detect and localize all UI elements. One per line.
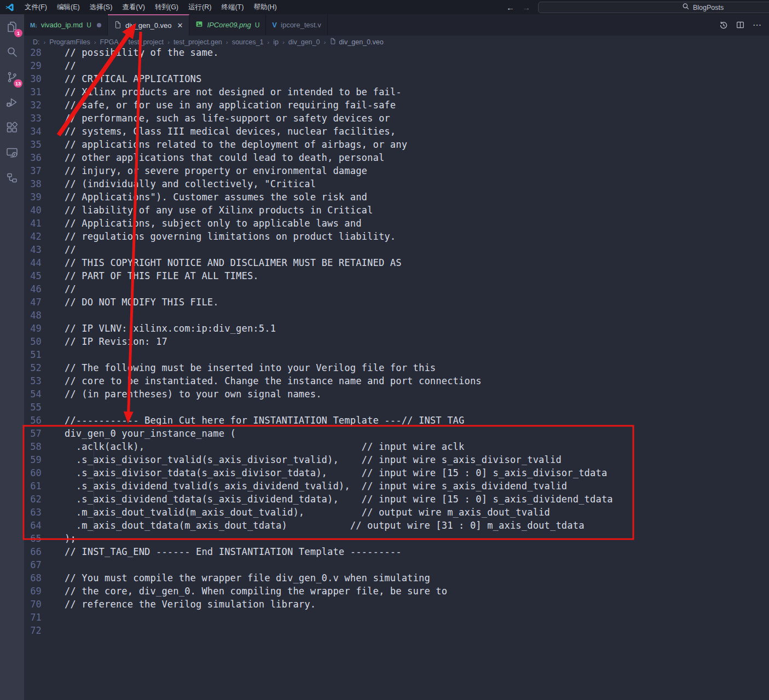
code-text[interactable]: // injury, or severe property or environ… [42,164,367,177]
tab-ipcore_test.v[interactable]: Vipcore_test.v [266,14,327,36]
code-text[interactable]: // Xilinx products are not designed or i… [42,85,402,99]
code-text[interactable]: // IP Revision: 17 [42,335,167,348]
breadcrumb-item-D:[interactable]: D: [33,38,40,46]
breadcrumb-item-test_project.gen[interactable]: test_project.gen [174,38,222,46]
line-number[interactable]: 45 [24,269,42,282]
breadcrumb-item-file[interactable]: div_gen_0.veo [329,38,383,46]
code-text[interactable]: // [42,282,76,296]
code-text[interactable]: // other applications that could lead to… [42,151,384,164]
code-text[interactable] [42,611,65,624]
code-text[interactable]: .aclk(aclk), // input wire aclk [42,440,464,453]
tab-vivado_ip.md[interactable]: M↓vivado_ip.mdU [24,14,108,36]
menu-item-7[interactable]: 帮助(H) [248,0,281,14]
line-number[interactable]: 34 [24,125,42,138]
code-text[interactable]: // PART OF THIS FILE AT ALL TIMES. [42,269,259,282]
breadcrumb-item-FPGA[interactable]: FPGA [100,38,119,46]
code-text[interactable]: .s_axis_divisor_tvalid(s_axis_divisor_tv… [42,453,562,466]
code-editor[interactable]: 28// possibility of the same.29//30// CR… [24,48,769,700]
code-text[interactable]: // the core, div_gen_0. When compiling t… [42,585,447,598]
activity-item-files[interactable]: 1 [0,14,24,39]
line-number[interactable]: 48 [24,309,42,322]
code-text[interactable]: .s_axis_dividend_tvalid(s_axis_dividend_… [42,479,567,493]
line-number[interactable]: 29 [24,59,42,72]
code-text[interactable]: // core to be instantiated. Change the i… [42,374,482,387]
code-text[interactable]: // Applications"). Customer assumes the … [42,190,367,204]
line-number[interactable]: 39 [24,190,42,204]
menu-item-6[interactable]: 终端(T) [216,0,248,14]
code-text[interactable]: // Applications, subject only to applica… [42,217,362,230]
code-text[interactable]: .m_axis_dout_tdata(m_axis_dout_tdata) //… [42,519,585,532]
code-text[interactable]: ); [42,532,76,545]
line-number[interactable]: 57 [24,427,42,440]
code-text[interactable]: // INST_TAG_END ------ End INSTANTIATION… [42,545,402,558]
code-text[interactable]: // The following must be inserted into y… [42,361,436,374]
code-text[interactable]: // applications related to the deploymen… [42,138,407,151]
line-number[interactable]: 33 [24,112,42,125]
code-text[interactable] [42,309,65,322]
line-number[interactable]: 62 [24,493,42,506]
line-number[interactable]: 32 [24,99,42,112]
line-number[interactable]: 61 [24,479,42,493]
breadcrumb-item-test_project[interactable]: test_project [128,38,164,46]
code-text[interactable]: // regulations governing limitations on … [42,230,396,243]
line-number[interactable]: 46 [24,282,42,296]
code-text[interactable] [42,401,65,414]
activity-item-extensions[interactable] [0,115,24,140]
menu-item-2[interactable]: 选择(S) [85,0,118,14]
line-number[interactable]: 53 [24,374,42,387]
line-number[interactable]: 66 [24,545,42,558]
code-text[interactable]: .s_axis_dividend_tdata(s_axis_dividend_t… [42,493,613,506]
line-number[interactable]: 43 [24,243,42,256]
line-number[interactable]: 41 [24,217,42,230]
code-text[interactable] [42,558,65,571]
menu-item-5[interactable]: 运行(R) [183,0,216,14]
code-text[interactable]: // You must compile the wrapper file div… [42,571,430,585]
code-text[interactable]: // DO NOT MODIFY THIS FILE. [42,296,219,309]
breadcrumb-item-ProgramFiles[interactable]: ProgramFiles [49,38,90,46]
line-number[interactable]: 44 [24,256,42,269]
more-actions-button[interactable]: ⋯ [753,22,761,28]
code-text[interactable]: div_gen_0 your_instance_name ( [42,427,236,440]
nav-back-button[interactable]: ← [506,3,514,12]
line-number[interactable]: 64 [24,519,42,532]
code-text[interactable]: //----------- Begin Cut here for INSTANT… [42,414,464,427]
code-text[interactable] [42,624,65,637]
line-number[interactable]: 56 [24,414,42,427]
code-text[interactable] [42,348,65,361]
code-text[interactable]: // liability of any use of Xilinx produc… [42,204,373,217]
code-text[interactable]: // THIS COPYRIGHT NOTICE AND DISCLAIMER … [42,256,402,269]
line-number[interactable]: 28 [24,48,42,59]
line-number[interactable]: 52 [24,361,42,374]
breadcrumb-item-div_gen_0[interactable]: div_gen_0 [288,38,320,46]
line-number[interactable]: 49 [24,322,42,335]
line-number[interactable]: 38 [24,177,42,190]
line-number[interactable]: 42 [24,230,42,243]
menu-item-1[interactable]: 编辑(E) [52,0,85,14]
line-number[interactable]: 36 [24,151,42,164]
activity-item-run-debug[interactable] [0,90,24,115]
menu-item-3[interactable]: 查看(V) [117,0,150,14]
activity-item-remote-explorer[interactable] [0,140,24,165]
line-number[interactable]: 40 [24,204,42,217]
line-number[interactable]: 65 [24,532,42,545]
line-number[interactable]: 71 [24,611,42,624]
split-editor-button[interactable] [736,21,744,29]
line-number[interactable]: 60 [24,466,42,479]
menu-item-4[interactable]: 转到(G) [150,0,183,14]
line-number[interactable]: 68 [24,571,42,585]
menu-item-0[interactable]: 文件(F) [20,0,52,14]
code-text[interactable]: // [42,243,76,256]
line-number[interactable]: 30 [24,72,42,85]
code-text[interactable]: .s_axis_divisor_tdata(s_axis_divisor_tda… [42,466,607,479]
breadcrumb-item-sources_1[interactable]: sources_1 [232,38,264,46]
line-number[interactable]: 51 [24,348,42,361]
code-text[interactable]: // reference the Verilog simulation libr… [42,598,316,611]
line-number[interactable]: 31 [24,85,42,99]
line-number[interactable]: 35 [24,138,42,151]
command-center-search[interactable]: BlogPosts [538,2,769,13]
line-number[interactable]: 67 [24,558,42,571]
line-number[interactable]: 50 [24,335,42,348]
tab-div_gen_0.veo[interactable]: div_gen_0.veo✕ [108,14,189,36]
code-text[interactable]: // (individually and collectively, "Crit… [42,177,316,190]
line-number[interactable]: 54 [24,387,42,401]
